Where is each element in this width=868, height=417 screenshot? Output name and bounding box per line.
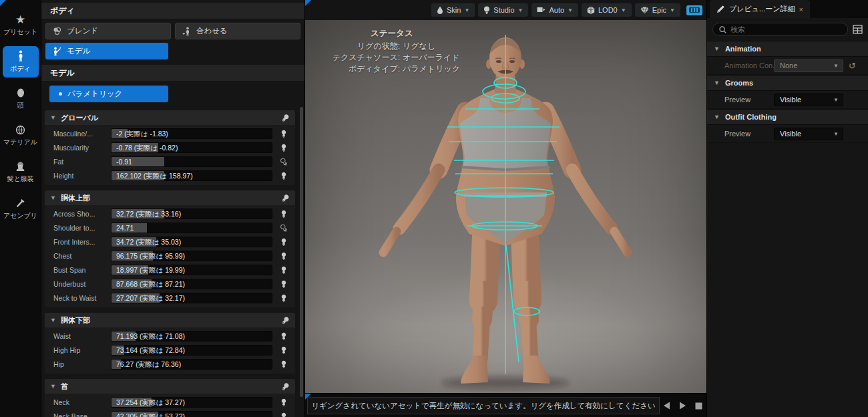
param-label: Shoulder to... bbox=[53, 224, 111, 232]
previous-frame-button[interactable] bbox=[663, 402, 670, 410]
param-pin-button[interactable] bbox=[272, 158, 295, 166]
pin-icon[interactable] bbox=[281, 194, 290, 202]
param-label: Waist bbox=[53, 332, 111, 340]
param-slider[interactable]: 18.997 (実際は 19.99) bbox=[111, 265, 272, 275]
lod-dropdown-button[interactable]: LOD0▼ bbox=[582, 3, 632, 17]
param-slider[interactable]: 87.668 (実際は 87.21) bbox=[111, 279, 272, 289]
status-line: テクスチャソース: オーバーライド bbox=[314, 52, 460, 63]
param-slider[interactable]: 76.27 (実際は 76.36) bbox=[111, 359, 272, 370]
param-section-header[interactable]: ▼ 胴体上部 bbox=[45, 190, 295, 205]
tab-preview-scene-details[interactable]: プレビュ...ーン詳細 × bbox=[710, 0, 810, 18]
param-pin-button[interactable] bbox=[272, 280, 295, 288]
pin-icon[interactable] bbox=[281, 382, 290, 391]
param-slider[interactable]: -2 (実際は -1.83) bbox=[111, 128, 272, 139]
pin-icon bbox=[280, 412, 288, 417]
studio-dropdown-button[interactable]: Studio▼ bbox=[478, 3, 528, 17]
param-pin-button[interactable] bbox=[272, 398, 295, 406]
param-slider[interactable]: 24.71 bbox=[111, 223, 272, 233]
grooms-preview-dropdown[interactable]: Visible ▼ bbox=[774, 94, 843, 106]
view-options-icon[interactable] bbox=[853, 25, 863, 34]
pin-icon[interactable] bbox=[281, 316, 290, 325]
param-value: 71.193 (実際は 71.08) bbox=[116, 331, 185, 341]
param-pin-button[interactable] bbox=[272, 360, 295, 368]
param-label: Neck to Waist bbox=[53, 294, 111, 302]
chevron-down-icon: ▼ bbox=[50, 114, 56, 121]
sidebar-item-material[interactable]: マテリアル bbox=[3, 120, 39, 151]
details-section-grooms[interactable]: ▼ Grooms bbox=[707, 75, 868, 91]
sidebar-item-presets[interactable]: ★ プリセット bbox=[3, 9, 39, 41]
param-slider[interactable]: 42.305 (実際は 53.72) bbox=[111, 411, 272, 417]
details-section-animation[interactable]: ▼ Animation bbox=[707, 41, 868, 57]
sidebar-item-head[interactable]: 頭 bbox=[3, 83, 39, 114]
tab-strip: プレビュ...ーン詳細 × bbox=[707, 0, 868, 18]
pin-icon bbox=[280, 266, 288, 274]
details-row-outfit-preview: Preview Visible ▼ bbox=[707, 125, 868, 143]
param-section-header[interactable]: ▼ 胴体下部 bbox=[45, 313, 295, 327]
model-button[interactable]: モデル bbox=[45, 43, 168, 59]
details-section-title: Outfit Clothing bbox=[725, 113, 777, 121]
param-pin-button[interactable] bbox=[272, 252, 295, 260]
status-value: オーバーライド bbox=[400, 52, 460, 63]
animation-controller-dropdown[interactable]: None ▼ bbox=[774, 59, 843, 72]
param-slider[interactable]: 96.175 (実際は 95.99) bbox=[111, 251, 272, 261]
param-slider[interactable]: -0.91 bbox=[111, 156, 272, 167]
pin-icon bbox=[280, 238, 288, 246]
chevron-down-icon: ▼ bbox=[670, 7, 675, 13]
pin-icon bbox=[280, 144, 288, 152]
stop-button[interactable] bbox=[695, 402, 702, 410]
param-slider[interactable]: 73.164 (実際は 72.84) bbox=[111, 345, 272, 356]
close-icon[interactable]: × bbox=[799, 5, 803, 13]
param-pin-button[interactable] bbox=[272, 130, 295, 138]
blend-button[interactable]: ブレンド bbox=[45, 23, 171, 39]
fit-button[interactable]: 合わせる bbox=[175, 23, 300, 39]
param-slider[interactable]: 27.207 (実際は 32.17) bbox=[111, 293, 272, 303]
param-pin-button[interactable] bbox=[272, 238, 295, 246]
vertical-scrollbar[interactable] bbox=[300, 107, 303, 397]
viewport-toolbar: Skin▼ Studio▼ Auto▼ LOD0▼ Epic▼ bbox=[305, 0, 706, 20]
param-row: Masculine/... -2 (実際は -1.83) bbox=[45, 126, 295, 140]
keyboard-icon bbox=[689, 7, 700, 13]
sidebar-item-hair-clothing[interactable]: 髪と服装 bbox=[3, 156, 39, 188]
param-pin-button[interactable] bbox=[272, 346, 295, 354]
param-value: -2 (実際は -1.83) bbox=[116, 129, 168, 139]
outfit-preview-dropdown[interactable]: Visible ▼ bbox=[774, 128, 843, 140]
param-pin-button[interactable] bbox=[272, 210, 295, 218]
details-section-outfit-clothing[interactable]: ▼ Outfit Clothing bbox=[707, 109, 868, 125]
param-pin-button[interactable] bbox=[272, 412, 295, 417]
param-slider[interactable]: 32.72 (実際は 33.16) bbox=[111, 208, 272, 219]
param-pin-button[interactable] bbox=[272, 172, 295, 180]
param-section: ▼ 胴体上部 Across Sho... 32.72 (実際は 33.16) S… bbox=[45, 190, 295, 307]
param-section-header[interactable]: ▼ 首 bbox=[45, 379, 295, 394]
parametric-button-label: パラメトリック bbox=[67, 89, 122, 99]
param-slider[interactable]: 37.254 (実際は 37.27) bbox=[111, 397, 272, 408]
param-pin-button[interactable] bbox=[272, 224, 295, 232]
param-row: Fat -0.91 bbox=[45, 154, 295, 168]
param-label: Muscularity bbox=[53, 144, 111, 152]
parametric-button[interactable]: パラメトリック bbox=[49, 86, 168, 102]
param-slider[interactable]: -0.78 (実際は -0.82) bbox=[111, 142, 272, 153]
auto-dropdown-button[interactable]: Auto▼ bbox=[531, 3, 578, 17]
param-pin-button[interactable] bbox=[272, 144, 295, 152]
param-pin-button[interactable] bbox=[272, 294, 295, 302]
param-slider[interactable]: 162.102 (実際は 158.97) bbox=[111, 170, 272, 181]
quality-dropdown-button[interactable]: Epic▼ bbox=[635, 3, 680, 17]
param-pin-button[interactable] bbox=[272, 332, 295, 340]
param-section-header[interactable]: ▼ グローバル bbox=[45, 110, 295, 125]
blend-icon bbox=[53, 27, 61, 35]
param-pin-button[interactable] bbox=[272, 266, 295, 274]
param-slider[interactable]: 71.193 (実際は 71.08) bbox=[111, 331, 272, 341]
sidebar-item-assembly[interactable]: アセンブリ bbox=[3, 193, 39, 225]
scene-3d[interactable]: ステータス リグの状態: リグなし テクスチャソース: オーバーライド ボディタ… bbox=[305, 20, 706, 393]
sidebar-item-body[interactable]: ボディ bbox=[3, 46, 39, 78]
shortcuts-button[interactable] bbox=[686, 5, 702, 15]
pin-path bbox=[282, 210, 286, 217]
param-row: Height 162.102 (実際は 158.97) bbox=[45, 168, 295, 182]
pin-path bbox=[280, 224, 288, 232]
param-value: 162.102 (実際は 158.97) bbox=[116, 171, 193, 181]
reset-to-default-icon[interactable]: ↺ bbox=[849, 61, 856, 70]
play-button[interactable] bbox=[679, 402, 686, 410]
pin-icon[interactable] bbox=[281, 114, 290, 122]
param-slider[interactable]: 34.72 (実際は 35.03) bbox=[111, 237, 272, 247]
skin-dropdown-button[interactable]: Skin▼ bbox=[431, 3, 475, 17]
search-input[interactable]: 検索 bbox=[712, 23, 848, 36]
